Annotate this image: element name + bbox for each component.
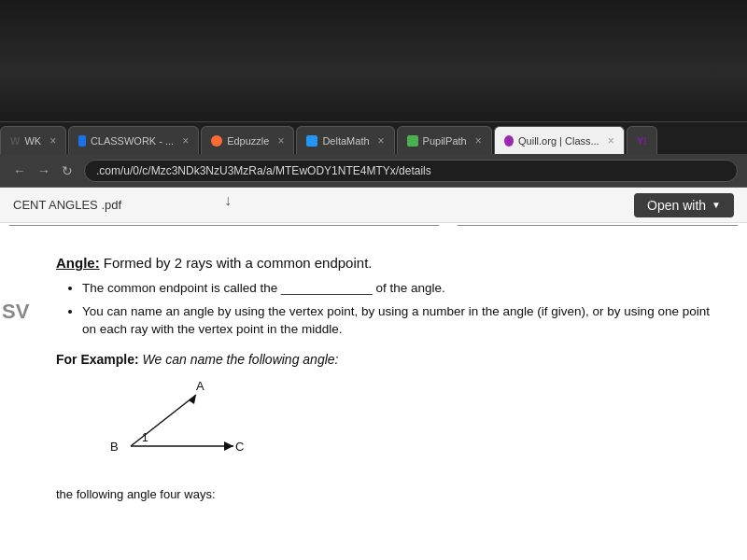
tab-classwork[interactable]: CLASSWORK - ... × <box>68 126 199 154</box>
tab-label: CLASSWORK - ... <box>91 135 174 147</box>
point-c-label: C <box>235 440 244 454</box>
tab-close[interactable]: × <box>608 134 614 147</box>
tab-pupilpath[interactable]: PupilPath × <box>397 126 492 154</box>
tab-close[interactable]: × <box>49 134 56 147</box>
pdf-content: Angle: Formed by 2 rays with a common en… <box>0 227 747 520</box>
deltamath-icon <box>306 135 317 147</box>
browser-content: ↓ ↓ CENT ANGLES .pdf Open with ▼ SV Angl… <box>0 188 747 560</box>
for-example-label: For Example: <box>56 352 139 367</box>
angle-term: Angle: <box>56 255 100 271</box>
divider-left <box>9 225 439 226</box>
quill-icon <box>504 135 514 147</box>
download-arrow-right: ↓ <box>646 192 654 209</box>
browser-chrome: W WK × CLASSWORK - ... × Edpuzzle × Delt… <box>0 121 747 188</box>
nav-controls: ← → ↻ <box>9 161 77 180</box>
tab-label: WK <box>24 135 41 147</box>
yahoo-icon: Y! <box>637 135 647 147</box>
bullet-item-1: The common endpoint is called the ______… <box>82 280 719 298</box>
tab-bar: W WK × CLASSWORK - ... × Edpuzzle × Delt… <box>0 122 747 154</box>
angle-heading: Angle: Formed by 2 rays with a common en… <box>56 255 719 271</box>
forward-button[interactable]: → <box>34 161 54 180</box>
angle-number: 1 <box>142 431 148 444</box>
bottom-partial-text: the following angle four ways: <box>56 487 719 501</box>
address-bar: ← → ↻ <box>0 154 747 188</box>
tab-deltamath[interactable]: DeltaMath × <box>296 126 394 154</box>
back-button[interactable]: ← <box>9 161 30 180</box>
bullet-item-2: You can name an angle by using the verte… <box>82 303 719 339</box>
point-a-label: A <box>196 379 204 393</box>
download-arrow-left: ↓ <box>224 192 232 209</box>
angle-definition: Formed by 2 rays with a common endpoint. <box>100 255 373 271</box>
tab-edpuzzle[interactable]: Edpuzzle × <box>201 126 294 154</box>
reload-button[interactable]: ↻ <box>58 161 77 180</box>
for-example: For Example: We can name the following a… <box>56 352 719 367</box>
wk-icon: W <box>10 135 20 147</box>
tab-label: PupilPath <box>423 135 467 147</box>
for-example-text: We can name the following angle: <box>143 352 339 367</box>
angle-svg: A B C 1 <box>75 376 261 479</box>
open-with-label: Open with <box>647 198 706 213</box>
tab-close[interactable]: × <box>378 134 385 147</box>
tab-label: DeltaMath <box>322 135 369 147</box>
pupilpath-icon <box>407 135 418 147</box>
dropdown-arrow-icon: ▼ <box>712 200 721 210</box>
pdf-toolbar: ↓ ↓ CENT ANGLES .pdf Open with ▼ <box>0 188 747 223</box>
url-input[interactable] <box>84 160 738 182</box>
tab-quill[interactable]: Quill.org | Class... × <box>494 126 625 154</box>
tab-yahoo[interactable]: Y! <box>627 126 657 154</box>
svg-line-0 <box>131 395 196 446</box>
angle-diagram: A B C 1 <box>75 376 719 482</box>
tab-close[interactable]: × <box>277 134 284 147</box>
divider-right <box>458 225 738 226</box>
svg-marker-3 <box>224 441 233 451</box>
monitor-bezel <box>0 0 747 121</box>
tab-wk[interactable]: W WK × <box>0 126 66 154</box>
tab-blank-area <box>659 126 747 154</box>
tab-close[interactable]: × <box>475 134 482 147</box>
tab-label: Quill.org | Class... <box>518 135 599 147</box>
tab-label: Edpuzzle <box>227 135 269 147</box>
edpuzzle-icon <box>211 135 222 147</box>
classwork-icon <box>78 135 86 147</box>
pdf-filename: CENT ANGLES .pdf <box>13 198 121 212</box>
tab-close[interactable]: × <box>182 134 189 147</box>
bullet-list: The common endpoint is called the ______… <box>82 280 719 339</box>
point-b-label: B <box>110 440 119 454</box>
